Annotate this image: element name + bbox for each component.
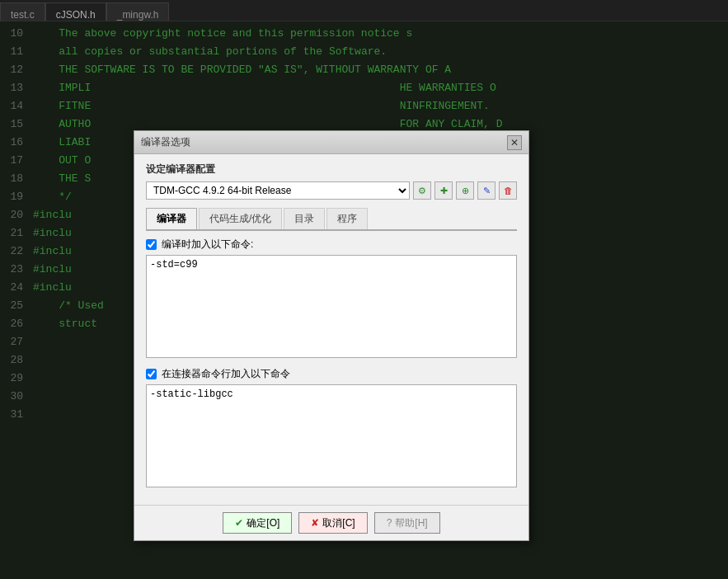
toolbar-btn-delete[interactable]: 🗑 — [499, 181, 517, 200]
linker-commands-row: 在连接器命令行加入以下命令 — [146, 367, 517, 381]
linker-commands-textarea[interactable]: -static-libgcc — [146, 384, 517, 487]
ok-check-icon: ✔ — [235, 517, 243, 529]
ok-label: 确定[O] — [247, 516, 279, 530]
compile-commands-label: 编译时加入以下命令: — [162, 238, 253, 252]
tab-compiler[interactable]: 编译器 — [146, 208, 197, 229]
compile-commands-row: 编译时加入以下命令: — [146, 238, 517, 252]
compile-commands-textarea[interactable]: -std=c99 — [146, 255, 517, 358]
toolbar-btn-settings[interactable]: ⚙ — [413, 181, 431, 200]
dialog-titlebar: 编译器选项 ✕ — [134, 131, 528, 154]
toolbar-btn-rename[interactable]: ✎ — [477, 181, 496, 200]
toolbar-btn-copy[interactable]: ⊕ — [456, 181, 474, 200]
toolbar-btn-add[interactable]: ✚ — [434, 181, 453, 200]
compiler-row: TDM-GCC 4.9.2 64-bit Release ⚙ ✚ ⊕ ✎ 🗑 — [146, 181, 517, 200]
dialog-body: 设定编译器配置 TDM-GCC 4.9.2 64-bit Release ⚙ ✚… — [134, 154, 528, 505]
linker-commands-checkbox[interactable] — [146, 369, 157, 379]
cancel-x-icon: ✘ — [311, 517, 319, 529]
compile-commands-checkbox[interactable] — [146, 239, 157, 250]
dialog-tab-bar: 编译器 代码生成/优化 目录 程序 — [146, 208, 517, 231]
tab-codegen[interactable]: 代码生成/优化 — [199, 208, 282, 229]
tab-directory[interactable]: 目录 — [284, 208, 325, 229]
help-label: 帮助[H] — [395, 516, 427, 530]
section-label: 设定编译器配置 — [146, 162, 517, 177]
help-button[interactable]: ? 帮助[H] — [374, 512, 440, 534]
compiler-options-dialog: 编译器选项 ✕ 设定编译器配置 TDM-GCC 4.9.2 64-bit Rel… — [134, 130, 529, 541]
dialog-footer: ✔ 确定[O] ✘ 取消[C] ? 帮助[H] — [134, 505, 528, 540]
cancel-label: 取消[C] — [322, 516, 355, 530]
compiler-select[interactable]: TDM-GCC 4.9.2 64-bit Release — [146, 181, 410, 200]
dialog-close-button[interactable]: ✕ — [507, 135, 522, 150]
help-q-icon: ? — [387, 517, 392, 529]
linker-commands-label: 在连接器命令行加入以下命令 — [162, 367, 290, 381]
ok-button[interactable]: ✔ 确定[O] — [223, 512, 292, 534]
cancel-button[interactable]: ✘ 取消[C] — [298, 512, 367, 534]
tab-program[interactable]: 程序 — [326, 208, 368, 229]
dialog-title: 编译器选项 — [141, 135, 190, 149]
